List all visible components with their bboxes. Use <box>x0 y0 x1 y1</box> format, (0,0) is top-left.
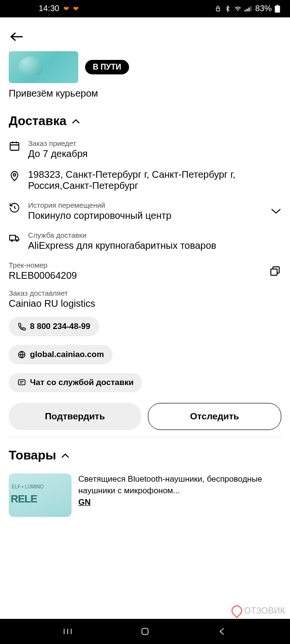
wifi-icon <box>234 5 242 12</box>
svg-rect-2 <box>246 9 247 12</box>
watermark-icon <box>230 603 245 618</box>
goods-thumbnail <box>9 473 72 517</box>
svg-rect-15 <box>18 380 25 385</box>
status-badge: В ПУТИ <box>85 60 129 74</box>
goods-variant: GN <box>78 497 281 508</box>
chevron-up-icon <box>72 118 80 124</box>
app-indicator-icon: ❤ <box>63 5 69 13</box>
service-label: Служба доставки <box>28 231 281 239</box>
track-button[interactable]: Отследить <box>148 403 281 430</box>
recent-apps-icon[interactable] <box>62 626 73 637</box>
chat-chip[interactable]: Чат со службой доставки <box>9 373 142 392</box>
history-row[interactable]: История перемещений Покинуло сортировочн… <box>9 201 281 221</box>
svg-point-9 <box>14 174 16 176</box>
back-nav-icon[interactable] <box>217 626 228 637</box>
confirm-button[interactable]: Подтвердить <box>9 403 141 430</box>
svg-rect-13 <box>271 269 277 275</box>
svg-rect-8 <box>10 143 19 150</box>
home-icon[interactable] <box>140 626 150 637</box>
address-text: 198323, Санкт-Петербург г, Санкт-Петербу… <box>28 169 281 191</box>
chevron-up-icon <box>61 453 70 458</box>
svg-point-11 <box>12 240 13 242</box>
svg-rect-1 <box>245 10 246 11</box>
battery-text: 83% <box>255 4 272 14</box>
history-value: Покинуло сортировочный центр <box>28 210 264 221</box>
phone-icon <box>17 322 26 331</box>
chevron-down-icon <box>271 208 281 215</box>
arrival-label: Заказ приедет <box>28 139 281 147</box>
watermark-text: ОТЗОВИК <box>244 606 285 616</box>
order-summary-row: В ПУТИ <box>9 51 281 83</box>
chat-text: Чат со службой доставки <box>30 378 133 387</box>
track-value: RLEB00064209 <box>9 270 77 281</box>
arrival-value: До 7 декабря <box>28 148 281 159</box>
battery-icon <box>275 5 280 13</box>
carrier-value: Cainiao RU logistics <box>9 298 281 309</box>
phone-chip[interactable]: 8 800 234-48-99 <box>9 317 99 336</box>
svg-rect-10 <box>10 235 15 240</box>
track-row: Трек-номер RLEB00064209 <box>9 261 281 281</box>
website-text: global.cainiao.com <box>30 350 104 359</box>
svg-rect-0 <box>216 8 219 11</box>
arrival-row: Заказ приедет До 7 декабря <box>9 139 281 159</box>
pin-icon <box>9 170 21 182</box>
goods-item[interactable]: Светящиеся Bluetooth-наушники, беспровод… <box>9 473 281 517</box>
website-chip[interactable]: global.cainiao.com <box>9 345 113 364</box>
globe-icon <box>17 350 26 359</box>
delivery-title: Доставка <box>9 114 67 129</box>
status-bar: 14:30 ❤ ❤ 83% <box>0 0 290 17</box>
svg-rect-16 <box>142 629 148 635</box>
delivery-section-header[interactable]: Доставка <box>9 114 281 129</box>
goods-title: Товары <box>9 448 56 463</box>
svg-rect-3 <box>248 8 249 12</box>
svg-rect-4 <box>250 6 251 11</box>
goods-section-header[interactable]: Товары <box>9 448 281 463</box>
status-time: 14:30 <box>39 4 59 14</box>
watermark: ОТЗОВИК <box>232 605 285 616</box>
chat-icon <box>17 378 26 387</box>
divider <box>9 437 281 437</box>
truck-icon <box>9 232 21 243</box>
service-row: Служба доставки AliExpress для крупногаб… <box>9 231 281 251</box>
copy-icon[interactable] <box>269 265 281 277</box>
calendar-icon <box>9 140 21 152</box>
app-indicator-icon: ❤ <box>73 5 79 13</box>
delivery-method-text: Привезём курьером <box>9 88 281 99</box>
back-arrow-icon[interactable] <box>9 31 281 43</box>
history-icon <box>9 202 21 214</box>
bluetooth-icon <box>224 5 231 12</box>
lock-icon <box>215 5 221 12</box>
goods-item-title: Светящиеся Bluetooth-наушники, беспровод… <box>78 473 281 497</box>
history-label: История перемещений <box>28 201 264 209</box>
android-nav-bar <box>0 619 290 644</box>
carrier-label: Заказ доставляет <box>9 289 281 297</box>
svg-point-12 <box>16 240 18 242</box>
phone-text: 8 800 234-48-99 <box>30 322 90 331</box>
signal-icon <box>245 5 252 12</box>
service-value: AliExpress для крупногабаритных товаров <box>28 240 281 251</box>
svg-rect-5 <box>276 5 278 6</box>
track-label: Трек-номер <box>9 261 77 269</box>
product-thumbnail <box>9 51 78 83</box>
address-row: 198323, Санкт-Петербург г, Санкт-Петербу… <box>9 169 281 191</box>
